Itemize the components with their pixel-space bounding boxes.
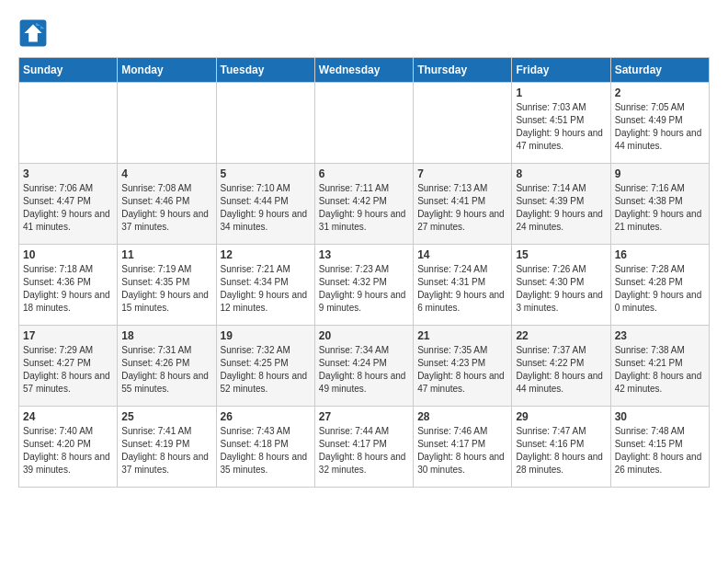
sunset: Sunset: 4:15 PM [615,439,683,449]
sunrise: Sunrise: 7:16 AM [615,183,685,193]
day-info: Sunrise: 7:47 AM Sunset: 4:16 PM Dayligh… [516,425,606,477]
day-number: 22 [516,329,606,342]
calendar-cell: 3 Sunrise: 7:06 AM Sunset: 4:47 PM Dayli… [19,164,118,245]
calendar-week-5: 24 Sunrise: 7:40 AM Sunset: 4:20 PM Dayl… [19,407,710,488]
sunrise: Sunrise: 7:26 AM [516,264,586,274]
sunset: Sunset: 4:19 PM [121,439,189,449]
day-info: Sunrise: 7:32 AM Sunset: 4:25 PM Dayligh… [221,344,311,396]
day-number: 1 [516,86,606,99]
daylight: Daylight: 9 hours and 31 minutes. [319,209,406,232]
calendar-cell: 12 Sunrise: 7:21 AM Sunset: 4:34 PM Dayl… [216,245,314,326]
calendar-cell: 20 Sunrise: 7:34 AM Sunset: 4:24 PM Dayl… [314,326,413,407]
calendar-cell: 1 Sunrise: 7:03 AM Sunset: 4:51 PM Dayli… [512,83,610,164]
day-number: 27 [319,410,409,423]
calendar-cell: 17 Sunrise: 7:29 AM Sunset: 4:27 PM Dayl… [19,326,118,407]
daylight: Daylight: 8 hours and 57 minutes. [23,371,110,394]
days-header-row: SundayMondayTuesdayWednesdayThursdayFrid… [19,58,710,83]
sunrise: Sunrise: 7:08 AM [121,183,191,193]
sunrise: Sunrise: 7:40 AM [23,426,93,436]
sunset: Sunset: 4:39 PM [516,196,584,206]
logo [18,18,50,48]
day-header-wednesday: Wednesday [314,58,413,83]
sunset: Sunset: 4:20 PM [23,439,91,449]
day-info: Sunrise: 7:44 AM Sunset: 4:17 PM Dayligh… [319,425,409,477]
sunrise: Sunrise: 7:13 AM [417,183,487,193]
calendar-week-1: 1 Sunrise: 7:03 AM Sunset: 4:51 PM Dayli… [19,83,710,164]
day-info: Sunrise: 7:34 AM Sunset: 4:24 PM Dayligh… [319,344,409,396]
daylight: Daylight: 9 hours and 3 minutes. [516,290,603,313]
calendar-cell: 24 Sunrise: 7:40 AM Sunset: 4:20 PM Dayl… [19,407,118,488]
sunrise: Sunrise: 7:44 AM [319,426,389,436]
calendar-cell: 18 Sunrise: 7:31 AM Sunset: 4:26 PM Dayl… [118,326,216,407]
day-info: Sunrise: 7:24 AM Sunset: 4:31 PM Dayligh… [417,263,507,315]
calendar-cell: 7 Sunrise: 7:13 AM Sunset: 4:41 PM Dayli… [414,164,512,245]
day-info: Sunrise: 7:46 AM Sunset: 4:17 PM Dayligh… [417,425,507,477]
sunset: Sunset: 4:41 PM [417,196,485,206]
sunset: Sunset: 4:17 PM [319,439,387,449]
daylight: Daylight: 8 hours and 47 minutes. [417,371,505,394]
day-info: Sunrise: 7:31 AM Sunset: 4:26 PM Dayligh… [121,344,211,396]
calendar-cell: 28 Sunrise: 7:46 AM Sunset: 4:17 PM Dayl… [414,407,512,488]
sunrise: Sunrise: 7:03 AM [516,102,586,112]
sunset: Sunset: 4:27 PM [23,358,91,368]
day-number: 4 [121,167,211,180]
sunrise: Sunrise: 7:19 AM [121,264,191,274]
calendar-cell: 27 Sunrise: 7:44 AM Sunset: 4:17 PM Dayl… [314,407,413,488]
day-info: Sunrise: 7:14 AM Sunset: 4:39 PM Dayligh… [516,182,606,234]
day-info: Sunrise: 7:26 AM Sunset: 4:30 PM Dayligh… [516,263,606,315]
day-info: Sunrise: 7:13 AM Sunset: 4:41 PM Dayligh… [417,182,507,234]
sunset: Sunset: 4:28 PM [615,277,683,287]
sunset: Sunset: 4:32 PM [319,277,387,287]
day-header-monday: Monday [118,58,216,83]
sunset: Sunset: 4:24 PM [319,358,387,368]
calendar-cell: 15 Sunrise: 7:26 AM Sunset: 4:30 PM Dayl… [512,245,610,326]
day-info: Sunrise: 7:41 AM Sunset: 4:19 PM Dayligh… [121,425,211,477]
sunset: Sunset: 4:17 PM [417,439,485,449]
sunset: Sunset: 4:38 PM [615,196,683,206]
calendar-cell: 4 Sunrise: 7:08 AM Sunset: 4:46 PM Dayli… [118,164,216,245]
calendar-cell [19,83,118,164]
daylight: Daylight: 8 hours and 44 minutes. [516,371,603,394]
day-header-friday: Friday [512,58,610,83]
day-number: 16 [615,248,705,261]
calendar-table: SundayMondayTuesdayWednesdayThursdayFrid… [18,57,710,488]
day-number: 15 [516,248,606,261]
daylight: Daylight: 9 hours and 6 minutes. [417,290,505,313]
daylight: Daylight: 9 hours and 47 minutes. [516,128,603,151]
day-number: 30 [615,410,705,423]
day-info: Sunrise: 7:28 AM Sunset: 4:28 PM Dayligh… [615,263,705,315]
day-number: 26 [221,410,311,423]
calendar-cell [216,83,314,164]
calendar-cell: 26 Sunrise: 7:43 AM Sunset: 4:18 PM Dayl… [216,407,314,488]
day-number: 6 [319,167,409,180]
day-info: Sunrise: 7:21 AM Sunset: 4:34 PM Dayligh… [221,263,311,315]
day-number: 20 [319,329,409,342]
calendar-cell: 13 Sunrise: 7:23 AM Sunset: 4:32 PM Dayl… [314,245,413,326]
calendar-week-2: 3 Sunrise: 7:06 AM Sunset: 4:47 PM Dayli… [19,164,710,245]
day-number: 9 [615,167,705,180]
day-number: 17 [23,329,113,342]
day-number: 12 [221,248,311,261]
day-info: Sunrise: 7:48 AM Sunset: 4:15 PM Dayligh… [615,425,705,477]
logo-icon [18,18,48,48]
daylight: Daylight: 9 hours and 27 minutes. [417,209,505,232]
day-info: Sunrise: 7:03 AM Sunset: 4:51 PM Dayligh… [516,101,606,153]
sunrise: Sunrise: 7:24 AM [417,264,487,274]
day-info: Sunrise: 7:05 AM Sunset: 4:49 PM Dayligh… [615,101,705,153]
day-number: 29 [516,410,606,423]
daylight: Daylight: 8 hours and 49 minutes. [319,371,406,394]
day-info: Sunrise: 7:29 AM Sunset: 4:27 PM Dayligh… [23,344,113,396]
sunset: Sunset: 4:46 PM [121,196,189,206]
day-info: Sunrise: 7:18 AM Sunset: 4:36 PM Dayligh… [23,263,113,315]
daylight: Daylight: 8 hours and 28 minutes. [516,452,603,475]
sunrise: Sunrise: 7:21 AM [221,264,290,274]
calendar-cell: 11 Sunrise: 7:19 AM Sunset: 4:35 PM Dayl… [118,245,216,326]
sunset: Sunset: 4:51 PM [516,115,584,125]
day-info: Sunrise: 7:08 AM Sunset: 4:46 PM Dayligh… [121,182,211,234]
sunset: Sunset: 4:16 PM [516,439,584,449]
day-info: Sunrise: 7:38 AM Sunset: 4:21 PM Dayligh… [615,344,705,396]
day-number: 23 [615,329,705,342]
sunrise: Sunrise: 7:41 AM [121,426,191,436]
calendar-cell: 5 Sunrise: 7:10 AM Sunset: 4:44 PM Dayli… [216,164,314,245]
day-info: Sunrise: 7:40 AM Sunset: 4:20 PM Dayligh… [23,425,113,477]
